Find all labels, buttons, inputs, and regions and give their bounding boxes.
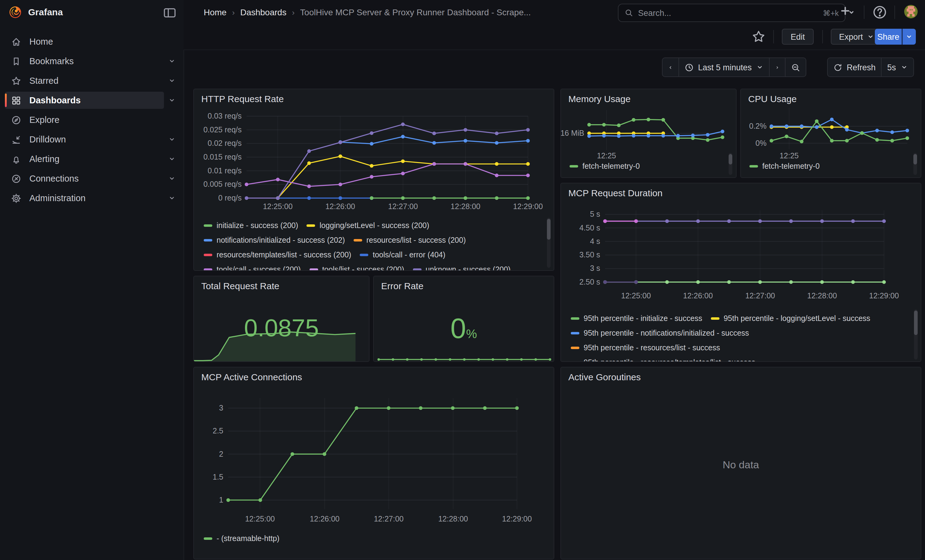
legend-item[interactable]: 95th percentile - notifications/initiali… (571, 326, 749, 341)
sidebar-item-home[interactable]: Home (5, 33, 184, 50)
panel-title[interactable]: Memory Usage (568, 93, 630, 104)
legend-label: initialize - success (200) (217, 221, 298, 230)
chevron-left-icon (668, 63, 673, 72)
sidebar-item-dashboards[interactable]: Dashboards (5, 92, 164, 109)
legend-item[interactable]: 95th percentile - resources/list - succe… (571, 341, 720, 355)
legend-item[interactable]: - (streamable-http) (204, 531, 280, 546)
svg-text:0.03 req/s: 0.03 req/s (208, 111, 242, 120)
chevron-down-icon[interactable] (164, 171, 180, 186)
sidebar-row-alerting: Alerting (0, 149, 184, 169)
chevron-down-icon[interactable] (164, 131, 180, 147)
panel-title[interactable]: Error Rate (381, 281, 423, 291)
legend-item[interactable]: notifications/initialized - success (202… (204, 233, 345, 248)
legend-item[interactable]: resources/templates/list - success (200) (204, 248, 351, 262)
svg-text:0.02 req/s: 0.02 req/s (208, 139, 242, 147)
http-request-rate-plot[interactable]: 0 req/s0.005 req/s0.01 req/s0.015 req/s0… (194, 89, 554, 215)
sidebar-item-bookmarks[interactable]: Bookmarks (5, 53, 164, 70)
time-back-button[interactable] (663, 58, 678, 77)
search-icon (625, 9, 633, 17)
gear-icon (11, 193, 21, 203)
time-forward-button[interactable] (769, 58, 785, 77)
panel-title[interactable]: Total Request Rate (201, 281, 279, 291)
add-button[interactable] (839, 5, 854, 20)
svg-text:3 s: 3 s (590, 264, 600, 272)
svg-text:12:29:00: 12:29:00 (502, 515, 532, 523)
breadcrumb-item[interactable]: Home (204, 8, 227, 17)
scrollbar-thumb[interactable] (547, 219, 551, 240)
legend-item[interactable]: unknown - success (200) (413, 262, 511, 271)
export-button[interactable]: Export (831, 29, 882, 45)
edit-button[interactable]: Edit (782, 29, 814, 45)
svg-text:0.2%: 0.2% (749, 122, 767, 130)
legend-label: unknown - success (200) (425, 265, 511, 271)
svg-text:1: 1 (219, 495, 223, 504)
mcp-active-connections-plot[interactable]: 11.522.5312:25:0012:26:0012:27:0012:28:0… (194, 368, 554, 528)
panel-title[interactable]: MCP Active Connections (201, 372, 302, 382)
connections-legend: - (streamable-http) (204, 530, 539, 549)
sidebar-item-label: Starred (29, 76, 59, 86)
legend-label: 95th percentile - resources/templates/li… (584, 358, 755, 362)
search-input[interactable]: Search... ⌘+k (618, 4, 845, 22)
time-controls: Last 5 minutes Refresh 5s (184, 50, 925, 81)
panel-title[interactable]: MCP Request Duration (568, 188, 663, 198)
legend-item[interactable]: tools/list - success (200) (309, 262, 404, 271)
time-range-picker[interactable]: Last 5 minutes (678, 58, 769, 77)
divider (773, 30, 774, 44)
breadcrumb-item[interactable]: Dashboards (240, 8, 286, 17)
legend-item[interactable]: fetch-telemetry-0 (749, 159, 820, 174)
panel-title[interactable]: HTTP Request Rate (201, 93, 284, 104)
panel-title[interactable]: Active Goroutines (568, 372, 641, 382)
legend-item[interactable]: resources/list - success (200) (354, 233, 466, 248)
chevron-down-icon (905, 33, 913, 41)
chevron-down-icon[interactable] (164, 73, 180, 89)
share-button[interactable]: Share (875, 29, 902, 45)
legend-item[interactable]: 95th percentile - resources/templates/li… (571, 355, 755, 362)
sidebar-item-administration[interactable]: Administration (5, 189, 164, 207)
mcp-request-duration-plot[interactable]: 5 s4.50 s4 s3.50 s3 s2.50 s12:25:0012:26… (561, 183, 921, 306)
chevron-down-icon[interactable] (164, 53, 180, 69)
sidebar-item-drilldown[interactable]: Drilldown (5, 131, 164, 148)
svg-text:3.50 s: 3.50 s (579, 250, 600, 259)
scrollbar-thumb[interactable] (729, 154, 732, 164)
compass-icon (11, 115, 21, 125)
search-shortcut: ⌘+k (823, 8, 839, 17)
panel-title[interactable]: CPU Usage (748, 93, 797, 104)
svg-text:0%: 0% (756, 139, 767, 147)
sidebar-item-starred[interactable]: Starred (5, 72, 164, 89)
zoom-out-button[interactable] (785, 58, 806, 77)
refresh-interval-picker[interactable]: 5s (881, 58, 913, 77)
legend-item[interactable]: logging/setLevel - success (200) (307, 218, 429, 233)
avatar[interactable] (904, 5, 917, 18)
legend-item[interactable]: 95th percentile - initialize - success (571, 311, 702, 326)
legend-item[interactable]: tools/call - error (404) (360, 248, 445, 262)
sidebar-item-connections[interactable]: Connections (5, 170, 164, 187)
scrollbar-thumb[interactable] (914, 311, 917, 335)
time-range-group: Last 5 minutes (662, 57, 806, 77)
legend-label: 95th percentile - notifications/initiali… (584, 329, 749, 338)
legend-swatch (749, 165, 758, 168)
sidebar-item-label: Explore (29, 115, 59, 125)
chevron-down-icon[interactable] (164, 92, 180, 108)
refresh-icon (833, 63, 842, 72)
legend-item[interactable]: initialize - success (200) (204, 218, 298, 233)
legend-swatch (354, 239, 362, 242)
sidebar-row-drilldown: Drilldown (0, 130, 184, 149)
legend-item[interactable]: 95th percentile - logging/setLevel - suc… (711, 311, 870, 326)
chevron-down-icon[interactable] (164, 190, 180, 206)
svg-text:12:26:00: 12:26:00 (325, 202, 355, 211)
svg-text:0.015 req/s: 0.015 req/s (203, 153, 242, 161)
share-menu-button[interactable] (902, 29, 916, 45)
panel-error-rate: Error Rate 0% (373, 276, 554, 362)
refresh-button[interactable]: Refresh (828, 58, 881, 77)
star-favorite-icon[interactable] (751, 29, 766, 44)
svg-text:2: 2 (219, 450, 223, 458)
sidebar-item-alerting[interactable]: Alerting (5, 150, 164, 168)
panel-cpu-usage: CPU Usage 0.2%0%12:25 fetch-telemetry-0 (740, 89, 921, 178)
panel-left-toggle-icon[interactable] (163, 6, 176, 20)
help-icon[interactable] (872, 5, 887, 20)
chevron-down-icon[interactable] (164, 151, 180, 167)
legend-item[interactable]: tools/call - success (200) (204, 262, 301, 271)
legend-item[interactable]: fetch-telemetry-0 (569, 159, 640, 174)
scrollbar-thumb[interactable] (913, 154, 917, 164)
sidebar-item-explore[interactable]: Explore (5, 111, 184, 128)
